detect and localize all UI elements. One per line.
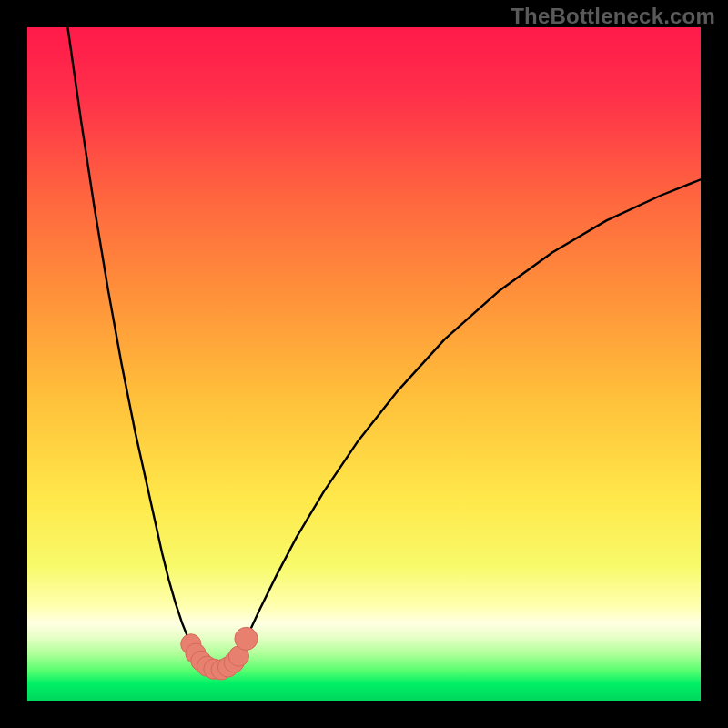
plot-area <box>27 27 701 701</box>
valley-marker <box>235 627 258 650</box>
chart-svg <box>27 27 701 701</box>
chart-frame: TheBottleneck.com <box>0 0 728 728</box>
gradient-background <box>27 27 701 701</box>
watermark-text: TheBottleneck.com <box>511 4 715 29</box>
